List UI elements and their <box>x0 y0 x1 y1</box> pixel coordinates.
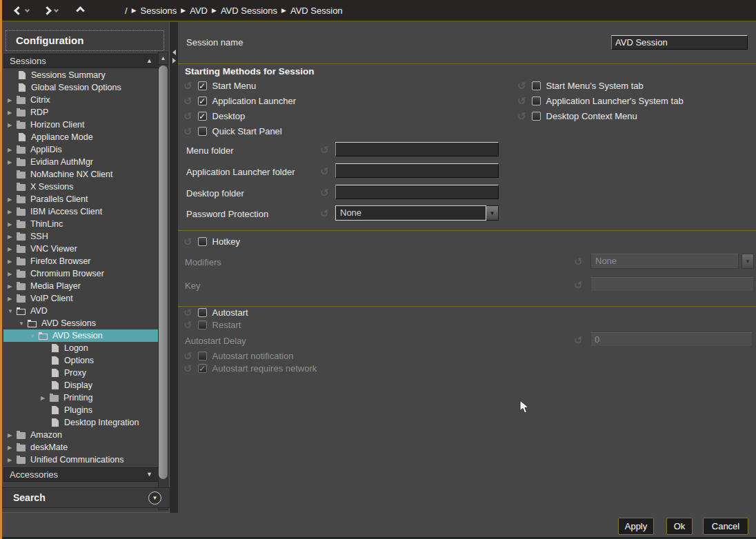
reset-icon[interactable]: ↺ <box>183 125 192 138</box>
checkbox[interactable]: ✓ <box>198 96 207 105</box>
panel-splitter[interactable] <box>170 22 178 513</box>
chevron-right-icon[interactable]: ▶ <box>8 234 17 240</box>
chevron-right-icon[interactable]: ▶ <box>8 196 17 203</box>
tree-item[interactable]: Global Session Options <box>3 81 159 94</box>
reset-icon[interactable]: ↺ <box>574 281 583 290</box>
up-button[interactable] <box>77 8 83 14</box>
chevron-right-icon[interactable]: ▶ <box>8 445 17 451</box>
desktop-folder-input[interactable] <box>335 185 499 199</box>
tree-scrollbar[interactable]: ▲ ▼ <box>158 52 168 510</box>
scrollbar-up-button[interactable]: ▲ <box>159 52 168 65</box>
chevron-right-icon[interactable]: ▶ <box>8 159 17 165</box>
reset-icon[interactable]: ↺ <box>517 80 526 92</box>
tree-item[interactable]: ▶deskMate <box>3 441 159 454</box>
checkbox[interactable] <box>532 81 541 90</box>
chevron-down-icon[interactable]: ▼ <box>19 321 28 327</box>
tree-item[interactable]: ▼AVD <box>3 305 159 317</box>
dropdown-arrow-icon[interactable]: ▼ <box>486 205 499 221</box>
breadcrumb-avd-session[interactable]: AVD Session <box>290 6 343 16</box>
autostart-checkbox[interactable] <box>198 308 207 317</box>
tree-item[interactable]: ▶SSH <box>3 230 159 243</box>
checkbox[interactable]: ✓ <box>198 112 207 121</box>
tree-item[interactable]: X Sessions <box>3 181 159 193</box>
reset-icon[interactable]: ↺ <box>183 95 192 108</box>
tree-item[interactable]: ▶VNC Viewer <box>3 243 159 255</box>
reset-icon[interactable]: ↺ <box>183 319 192 332</box>
tree-item[interactable]: Sessions Summary <box>3 69 159 81</box>
chevron-right-icon[interactable]: ▶ <box>8 221 17 227</box>
tree-item[interactable]: ▶VoIP Client <box>3 292 159 305</box>
reset-icon[interactable]: ↺ <box>320 188 329 198</box>
tree-item[interactable]: ▶Amazon <box>3 429 159 441</box>
tree-item[interactable]: Logon <box>3 342 159 354</box>
section-header-accessories[interactable]: Accessories ▼ <box>3 467 159 482</box>
reset-icon[interactable]: ↺ <box>517 95 526 108</box>
tree-item[interactable]: ▶Unified Communications <box>3 454 159 466</box>
chevron-right-icon[interactable]: ▶ <box>8 457 17 463</box>
reset-icon[interactable]: ↺ <box>574 336 583 345</box>
chevron-right-icon[interactable]: ▶ <box>8 110 17 116</box>
chevron-right-icon[interactable]: ▶ <box>8 246 17 252</box>
breadcrumb-avd-sessions[interactable]: AVD Sessions <box>221 6 277 16</box>
tree-item[interactable]: ▶Printing <box>3 391 159 404</box>
ok-button[interactable]: Ok <box>666 518 693 535</box>
chevron-right-icon[interactable]: ▶ <box>8 432 17 438</box>
tree-item[interactable]: Options <box>3 354 159 367</box>
tree-item[interactable]: ▼AVD Sessions <box>3 317 159 329</box>
apply-button[interactable]: Apply <box>618 518 654 535</box>
chevron-right-icon[interactable]: ▶ <box>8 258 17 265</box>
chevron-right-icon[interactable]: ▶ <box>8 122 17 128</box>
chevron-right-icon[interactable]: ▶ <box>41 395 50 401</box>
chevron-right-icon[interactable]: ▶ <box>8 296 17 302</box>
hotkey-checkbox[interactable] <box>198 237 207 246</box>
tree-item[interactable]: NoMachine NX Client <box>3 168 159 181</box>
reset-icon[interactable]: ↺ <box>320 167 329 176</box>
tree-item[interactable]: Proxy <box>3 367 159 379</box>
reset-icon[interactable]: ↺ <box>320 209 329 218</box>
tree-item[interactable]: ▶Horizon Client <box>3 119 159 131</box>
chevron-down-icon[interactable]: ▼ <box>30 333 39 339</box>
tree-item[interactable]: ▶Media Player <box>3 280 159 292</box>
tree-item[interactable]: ▶Evidian AuthMgr <box>3 156 159 168</box>
checkbox[interactable] <box>532 112 541 121</box>
back-button[interactable] <box>15 8 21 14</box>
chevron-right-icon[interactable]: ▶ <box>8 97 17 103</box>
reset-icon[interactable]: ↺ <box>183 236 192 248</box>
chevron-right-icon[interactable]: ▶ <box>8 209 17 215</box>
breadcrumb-avd[interactable]: AVD <box>190 6 208 16</box>
checkbox[interactable]: ✓ <box>198 81 207 90</box>
tree-item[interactable]: Appliance Mode <box>3 131 159 143</box>
breadcrumb-sessions[interactable]: Sessions <box>141 6 177 16</box>
checkbox[interactable] <box>532 96 541 105</box>
application-launcher-folder-input[interactable] <box>335 163 499 178</box>
search-expand-button[interactable]: ▼ <box>148 491 161 505</box>
tree-item[interactable]: ▶AppliDis <box>3 143 159 156</box>
tree-item[interactable]: ▶IBM iAccess Client <box>3 205 159 218</box>
tree-item[interactable]: ▶Parallels Client <box>3 193 159 205</box>
reset-icon[interactable]: ↺ <box>183 307 192 319</box>
tree-item[interactable]: ▶Citrix <box>3 94 159 106</box>
tree-item[interactable]: Display <box>3 379 159 391</box>
splitter-collapse-left-icon[interactable] <box>172 50 176 55</box>
reset-icon[interactable]: ↺ <box>183 350 192 363</box>
chevron-right-icon[interactable]: ▶ <box>8 147 17 153</box>
reset-icon[interactable]: ↺ <box>574 257 583 267</box>
reset-icon[interactable]: ↺ <box>183 363 192 375</box>
tree-item[interactable]: Plugins <box>3 404 159 416</box>
cancel-button[interactable]: Cancel <box>703 518 748 535</box>
menu-folder-input[interactable] <box>335 142 499 156</box>
splitter-collapse-right-icon[interactable] <box>172 58 176 63</box>
session-name-input[interactable] <box>611 35 748 50</box>
breadcrumb-root[interactable]: / <box>125 6 128 16</box>
tree-item[interactable]: ▶Firefox Browser <box>3 255 159 267</box>
forward-button[interactable] <box>44 8 50 14</box>
password-protection-select[interactable]: None ▼ <box>335 205 499 221</box>
chevron-right-icon[interactable]: ▶ <box>8 271 17 277</box>
tree-item[interactable]: Desktop Integration <box>3 416 159 429</box>
tree-item[interactable]: ▶ThinLinc <box>3 218 159 230</box>
chevron-right-icon[interactable]: ▶ <box>8 283 17 289</box>
tree-item[interactable]: ▼AVD Session <box>3 329 159 342</box>
reset-icon[interactable]: ↺ <box>183 80 192 92</box>
chevron-down-icon[interactable]: ▼ <box>8 308 17 314</box>
tree-item[interactable]: ▶RDP <box>3 106 159 119</box>
